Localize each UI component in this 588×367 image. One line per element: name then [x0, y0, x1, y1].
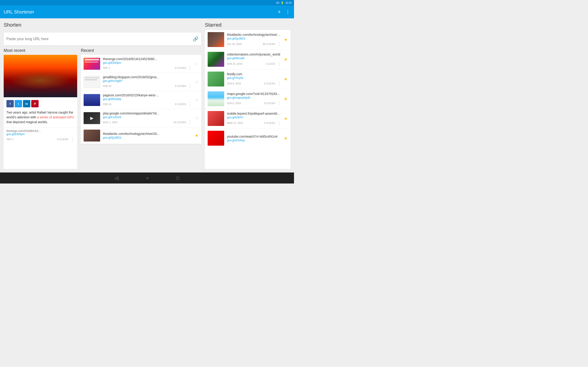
star-icon[interactable]: ★ [284, 96, 288, 101]
star-icon[interactable]: ★ [284, 136, 288, 141]
nav-bar: ◁ ○ □ [0, 173, 294, 184]
star-icon[interactable]: ★ [284, 57, 288, 62]
star-icon[interactable]: ☆ [195, 98, 199, 102]
list-item[interactable]: youtube.com/watch?v=xbl5cxfA1n4 goo.gl/z… [205, 128, 290, 148]
list-item[interactable]: maps.google.com/?cid=613379183973... goo… [205, 89, 290, 109]
starred-item-short: goo.gl/QyJBZd [227, 37, 281, 40]
list-item[interactable]: theatlantic.com/technology/archive/20...… [81, 127, 201, 144]
time-display: 10:20 [285, 1, 292, 4]
starred-item-more[interactable]: ⋮ [277, 101, 281, 106]
recent-item-title: theverge.com/2016/8/14/12452308/i... [103, 57, 192, 61]
thumb-play [84, 112, 100, 124]
app-title: URL Shortener [4, 9, 34, 15]
starred-item-title: rottentomatoes.com/m/jurassic_world [227, 52, 281, 56]
list-item[interactable]: pagesix.com/2016/02/15/kanye-west-... go… [81, 91, 201, 109]
add-button[interactable]: + [278, 9, 281, 15]
recent-info: gmailblog.blogspot.com/2016/02/gma... go… [103, 75, 192, 89]
recent-item-short: goo.gl/QyJBZd [103, 136, 192, 139]
recent-item-more[interactable]: ⋮ [188, 83, 192, 89]
starred-item-meta: JUL 16, 2015 39 CLICKS ⋮ [227, 42, 281, 47]
starred-info: feedly.com goo.gl/Tsry5e JUN 8, 2015 0 C… [227, 72, 281, 86]
recent-item-short: goo.gl/W2vp5p [103, 98, 192, 101]
list-item[interactable]: mobile.lepoint.fr/politique/l-assemblee-… [205, 109, 290, 128]
recent-apps-button[interactable]: □ [176, 175, 179, 181]
most-recent-title: Most recent [4, 48, 77, 53]
starred-item-clicks: 1 CLICK [266, 62, 275, 65]
list-item[interactable]: feedly.com goo.gl/Tsry5e JUN 8, 2015 0 C… [205, 69, 290, 89]
starred-thumb-lepoint [208, 111, 224, 126]
starred-thumb-feedly [208, 72, 224, 86]
card-url: theverge.com/2016/8/14/1... [6, 129, 74, 133]
more-button[interactable]: ⋮ [285, 9, 290, 15]
recent-item-more[interactable]: ⋮ [188, 65, 192, 70]
recent-info: theverge.com/2016/8/14/12452308/i... goo… [103, 57, 192, 70]
recent-item-more[interactable]: ⋮ [188, 102, 192, 107]
recent-title: Recent [81, 48, 201, 53]
thumb-verge [84, 58, 100, 70]
most-recent-col: Most recent f t in P Two years ago, arti… [4, 48, 77, 169]
url-input-container[interactable]: 🔗 [4, 33, 201, 45]
starred-item-date: MAR 21, 2015 [227, 122, 243, 124]
recent-item-meta: AUG 1, 2015 15 CLICKS ⋮ [103, 120, 192, 125]
columns-container: Most recent f t in P Two years ago, arti… [4, 48, 201, 169]
twitter-button[interactable]: t [15, 100, 22, 107]
card-more-icon[interactable]: ⋮ [70, 137, 74, 142]
recent-item-short: goo.gl/EID0pm [103, 61, 192, 65]
star-icon[interactable]: ★ [284, 77, 288, 82]
recent-item-date: FEB 19 [103, 85, 111, 87]
list-item[interactable]: rottentomatoes.com/m/jurassic_world goo.… [205, 50, 290, 69]
battery-indicator: 🔋 [281, 1, 284, 4]
left-panel: Shorten 🔗 Most recent f t in P [4, 22, 201, 169]
recent-item-title: pagesix.com/2016/02/15/kanye-west-... [103, 93, 192, 97]
list-item[interactable]: gmailblog.blogspot.com/2016/02/gma... go… [81, 73, 201, 91]
star-icon[interactable]: ★ [284, 37, 288, 42]
thumb-pagesix [84, 94, 100, 106]
home-button[interactable]: ○ [146, 175, 149, 181]
starred-item-short: goo.gl/Wzxa6f [227, 57, 281, 60]
card-image [4, 55, 77, 97]
thumb-atlantic [84, 130, 100, 142]
pinterest-button[interactable]: P [31, 100, 39, 107]
recent-col: Recent theverge.com/2016/8/14/12452308/i… [81, 48, 201, 169]
recent-item-more[interactable]: ⋮ [188, 120, 192, 125]
facebook-button[interactable]: f [6, 100, 14, 107]
list-item[interactable]: theatlantic.com/technology/archive/20...… [205, 30, 290, 50]
recent-item-clicks: 15 CLICKS [173, 121, 186, 124]
back-button[interactable]: ◁ [115, 175, 118, 181]
starred-item-more[interactable]: ⋮ [277, 42, 281, 47]
starred-item-title: mobile.lepoint.fr/politique/l-assemblee-… [227, 112, 281, 115]
list-item[interactable]: theverge.com/2016/8/14/12452308/i... goo… [81, 55, 201, 73]
recent-item-meta: SEP 1 0 CLICKS ⋮ [103, 65, 192, 70]
card-clicks: 0 CLICKS [57, 138, 69, 141]
link-icon: 🔗 [193, 36, 199, 42]
starred-thumb-maps [208, 91, 224, 106]
starred-info: mobile.lepoint.fr/politique/l-assemblee-… [227, 112, 281, 125]
starred-item-meta: JUN 8, 2015 0 CLICKS ⋮ [227, 81, 281, 86]
recent-item-clicks: 0 CLICKS [175, 67, 186, 69]
starred-item-meta: JUN 6, 2015 0 CLICKS ⋮ [227, 101, 281, 106]
starred-item-short: goo.gl/Tsry5e [227, 76, 281, 80]
starred-info: maps.google.com/?cid=613379183973... goo… [227, 92, 281, 106]
starred-item-clicks: 0 CLICKS [264, 82, 275, 85]
starred-item-more[interactable]: ⋮ [277, 61, 281, 66]
card-social: f t in P [4, 97, 77, 110]
card-image-scene [4, 55, 77, 97]
starred-item-date: JUN 15, 2015 [227, 62, 242, 65]
starred-item-more[interactable]: ⋮ [277, 120, 281, 125]
star-icon[interactable]: ☆ [195, 61, 199, 66]
card-text-highlight: a series of animated GIFs [37, 115, 74, 119]
recent-item-title: play.google.com/store/apps/details?id... [103, 111, 192, 115]
most-recent-card[interactable]: f t in P Two years ago, artist Rafael Va… [4, 55, 77, 169]
starred-item-more[interactable]: ⋮ [277, 81, 281, 86]
starred-item-title: feedly.com [227, 72, 281, 76]
starred-thumb-atlantic [208, 32, 224, 47]
starred-thumb-rotten [208, 52, 224, 67]
list-item[interactable]: play.google.com/store/apps/details?id...… [81, 109, 201, 127]
starred-item-short: goo.gl/zOvKqo [227, 139, 281, 142]
url-input[interactable] [6, 37, 193, 41]
linkedin-button[interactable]: in [23, 100, 30, 107]
star-icon[interactable]: ☆ [195, 79, 199, 84]
star-icon[interactable]: ★ [284, 116, 288, 121]
star-icon[interactable]: ☆ [195, 116, 199, 121]
star-icon[interactable]: ★ [195, 133, 199, 138]
